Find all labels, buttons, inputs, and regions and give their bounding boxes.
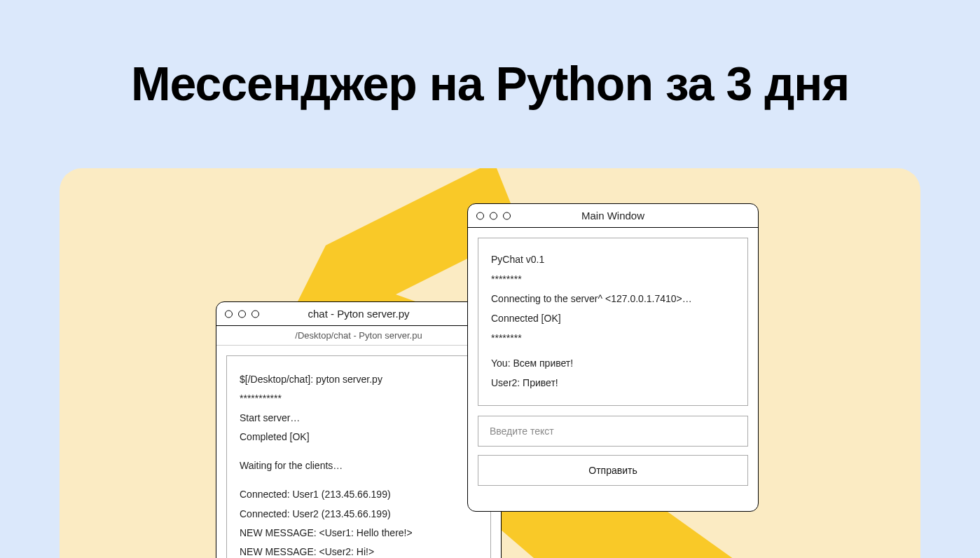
window-controls[interactable] [225, 310, 259, 318]
client-window: Main Window PyChat v0.1 ******** Connect… [467, 203, 759, 512]
close-icon[interactable] [476, 212, 484, 219]
terminal-line: Waiting for the clients… [240, 456, 478, 475]
client-titlebar: Main Window [468, 204, 758, 228]
illustration-canvas: chat - Pyton server.py /Desktop/chat - P… [60, 168, 920, 558]
terminal-line: Completed [OK] [240, 428, 478, 447]
chat-line: Connected [OK] [491, 308, 735, 328]
terminal-line: Start server… [240, 409, 478, 428]
window-controls[interactable] [476, 212, 511, 219]
server-window: chat - Pyton server.py /Desktop/chat - P… [216, 301, 502, 558]
maximize-icon[interactable] [503, 212, 511, 219]
server-window-title: chat - Pyton server.py [308, 308, 409, 320]
message-input-placeholder: Введите текст [490, 426, 554, 437]
server-titlebar: chat - Pyton server.py [216, 302, 501, 326]
server-terminal-output: $[/Desktop/chat]: pyton server.py ******… [226, 355, 491, 558]
chat-line: PyChat v0.1 [491, 250, 735, 269]
send-button-label: Отправить [588, 465, 637, 476]
message-input[interactable]: Введите текст [478, 416, 748, 447]
terminal-line: *********** [240, 389, 478, 408]
minimize-icon[interactable] [490, 212, 497, 219]
chat-line: You: Всем привет! [491, 353, 735, 373]
client-window-title: Main Window [581, 210, 644, 222]
terminal-line: Connected: User1 (213.45.66.199) [240, 485, 478, 504]
close-icon[interactable] [225, 310, 233, 318]
chat-line: ******** [491, 328, 735, 348]
chat-line: User2: Привет! [491, 373, 735, 393]
terminal-line: $[/Desktop/chat]: pyton server.py [240, 370, 478, 389]
chat-log: PyChat v0.1 ******** Connecting to the s… [478, 238, 748, 406]
maximize-icon[interactable] [251, 310, 259, 318]
terminal-line: NEW MESSAGE: <User2: Hi!> [240, 543, 478, 558]
server-path-label: /Desktop/chat - Pyton server.pu [216, 326, 501, 346]
terminal-line: NEW MESSAGE: <User1: Hello there!> [240, 524, 478, 543]
minimize-icon[interactable] [238, 310, 246, 318]
chat-line: Connecting to the server^ <127.0.0.1.741… [491, 289, 735, 308]
terminal-line: Connected: User2 (213.45.66.199) [240, 505, 478, 524]
page-headline: Мессенджер на Python за 3 дня [60, 56, 920, 111]
send-button[interactable]: Отправить [478, 455, 748, 486]
chat-line: ******** [491, 269, 735, 289]
